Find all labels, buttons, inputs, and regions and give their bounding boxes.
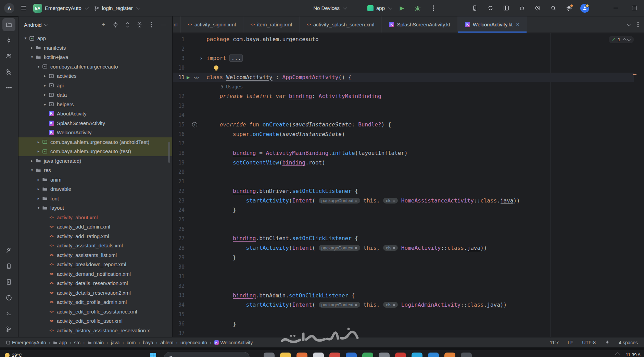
locate-file-icon[interactable] — [112, 21, 119, 28]
tree-item[interactable]: <>activity_add_rating.xml — [18, 232, 172, 241]
panel-resize-divider[interactable] — [172, 16, 174, 337]
tree-item[interactable]: <>activity_about.xml — [18, 213, 172, 222]
tree-chevron-icon[interactable]: ▾ — [36, 206, 41, 210]
gutter[interactable] — [185, 281, 206, 291]
code-line[interactable]: 11▶</>class WelcomActivity : AppCompatAc… — [173, 73, 634, 82]
gutter[interactable] — [185, 310, 206, 319]
tree-item[interactable]: <>activity_assistant_details.xml — [18, 241, 172, 250]
gutter[interactable] — [185, 82, 206, 91]
gutter[interactable]: › — [185, 53, 206, 63]
tree-item[interactable]: <>activity_edit_profile_admin.xml — [18, 297, 172, 307]
gutter-line-number[interactable]: 11 — [173, 74, 185, 81]
code-editor[interactable]: 1package com.baya.ahlem.urgenceauto23›im… — [173, 33, 644, 337]
project-selector[interactable]: EA EmergencyAuto — [33, 4, 89, 13]
code-line[interactable]: 18 binding = ActivityMainBinding.inflate… — [173, 148, 634, 158]
tree-item[interactable]: ▸font — [18, 194, 172, 204]
taskbar-emulator-icon[interactable] — [461, 353, 472, 357]
code-line[interactable]: 21 — [173, 177, 634, 186]
gutter[interactable] — [185, 300, 206, 310]
maximize-window-button[interactable] — [629, 3, 639, 13]
gutter[interactable] — [185, 91, 206, 101]
editor-tab[interactable]: <>activity_signin.xml — [181, 16, 243, 33]
code-line[interactable]: 29 } — [173, 253, 634, 262]
tree-chevron-icon[interactable]: ▸ — [29, 159, 35, 163]
tree-item[interactable]: ▸java (generated) — [18, 156, 172, 166]
tree-item[interactable]: ▸data — [18, 90, 172, 100]
tree-chevron-icon[interactable]: ▾ — [29, 168, 35, 172]
version-control-tool-icon[interactable] — [2, 323, 15, 336]
taskbar-file-explorer-icon[interactable] — [280, 353, 291, 357]
code-line[interactable]: 15↑ override fun onCreate(savedInstanceS… — [173, 120, 634, 130]
gutter[interactable] — [185, 205, 206, 215]
line-separator[interactable]: LF — [568, 340, 573, 345]
code-line[interactable]: 35 — [173, 310, 634, 319]
gutter[interactable] — [185, 253, 206, 262]
gutter-line-number[interactable]: 21 — [173, 178, 185, 185]
code-line[interactable]: 25 — [173, 215, 634, 224]
gutter[interactable] — [185, 272, 206, 281]
inspections-widget[interactable]: ✓ 1 — [609, 36, 634, 43]
code-line[interactable]: 31 — [173, 272, 634, 281]
code-line[interactable]: 3›import ... — [173, 53, 634, 63]
taskbar-cloud-app-icon[interactable] — [428, 353, 439, 357]
gutter-line-number[interactable]: 31 — [173, 273, 185, 280]
profiler-icon[interactable] — [532, 3, 543, 13]
gutter-line-number[interactable]: 3 — [173, 55, 185, 61]
gutter-line-number[interactable]: 15 — [173, 122, 185, 128]
tree-item[interactable]: ▸activities — [18, 71, 172, 81]
code-line[interactable]: 26 — [173, 224, 634, 234]
gutter-line-number[interactable]: 18 — [173, 150, 185, 156]
gutter[interactable] — [185, 291, 206, 300]
tree-chevron-icon[interactable]: ▸ — [36, 196, 41, 201]
gutter-line-number[interactable]: 23 — [173, 198, 185, 204]
gutter[interactable] — [185, 44, 206, 54]
fold-region-icon[interactable]: › — [200, 55, 202, 61]
code-line[interactable]: 13 — [173, 101, 634, 111]
run-gutter-icon[interactable]: ▶ — [187, 75, 190, 80]
tree-item[interactable]: <>activity_edit_profile_user.xml — [18, 316, 172, 326]
taskbar-browser-icon[interactable] — [296, 353, 307, 357]
gutter-line-number[interactable]: 25 — [173, 217, 185, 223]
code-line[interactable]: 32 — [173, 281, 634, 291]
new-item-icon[interactable]: + — [100, 21, 107, 28]
gutter-line-number[interactable]: 20 — [173, 169, 185, 175]
code-line[interactable]: 10 — [173, 63, 634, 73]
tree-item[interactable]: ▸helpers — [18, 100, 172, 109]
tree-item[interactable]: <>activity_add_admin.xml — [18, 222, 172, 232]
tree-item[interactable]: <>activity_details_reservation.xml — [18, 279, 172, 288]
tree-chevron-icon[interactable]: ▸ — [42, 83, 48, 88]
taskbar-word-icon[interactable] — [346, 353, 357, 357]
gutter[interactable] — [185, 177, 206, 186]
code-line[interactable]: 16 super.onCreate(savedInstanceState) — [173, 130, 634, 139]
breadcrumb-item[interactable]: urgenceauto — [180, 340, 207, 345]
code-line[interactable]: 12 private lateinit var binding: Activit… — [173, 91, 634, 101]
tree-item[interactable]: ▸drawable — [18, 184, 172, 194]
tree-chevron-icon[interactable]: ▸ — [42, 74, 48, 78]
code-line[interactable]: 1package com.baya.ahlem.urgenceauto — [173, 35, 634, 44]
gutter-line-number[interactable]: 32 — [173, 283, 185, 289]
tree-item[interactable]: ▾app — [18, 34, 172, 43]
gutter-line-number[interactable]: 35 — [173, 311, 185, 318]
sparkle-icon[interactable] — [605, 340, 610, 346]
code-line[interactable]: 2 — [173, 44, 634, 54]
breadcrumb-item[interactable]: java — [111, 340, 120, 345]
build-tool-icon[interactable] — [2, 244, 15, 257]
clock[interactable]: 11:39 A — [626, 352, 641, 357]
gutter-line-number[interactable]: 10 — [173, 65, 185, 71]
breadcrumb-item[interactable]: app — [53, 340, 67, 345]
breadcrumb-item[interactable]: EmergencyAuto — [6, 340, 46, 345]
gutter-line-number[interactable]: 30 — [173, 264, 185, 270]
search-everywhere-icon[interactable] — [548, 3, 558, 13]
more-tool-windows-icon[interactable] — [2, 81, 15, 94]
breadcrumb-item[interactable]: KWelcomActivity — [214, 340, 253, 345]
tree-chevron-icon[interactable]: ▾ — [29, 55, 35, 59]
tree-item[interactable]: KAboutActivity — [18, 109, 172, 119]
tree-item[interactable]: <>activity_demand_notification.xml — [18, 269, 172, 279]
code-line[interactable]: 33 binding.btnAdmin.setOnClickListener { — [173, 291, 634, 300]
indent-setting[interactable]: 4 spaces — [619, 340, 638, 345]
pull-requests-tool-icon[interactable] — [2, 50, 15, 63]
gutter[interactable] — [185, 111, 206, 120]
gutter[interactable] — [185, 215, 206, 224]
device-manager-tool-icon[interactable] — [2, 260, 15, 273]
caret-position[interactable]: 11:7 — [550, 340, 559, 345]
